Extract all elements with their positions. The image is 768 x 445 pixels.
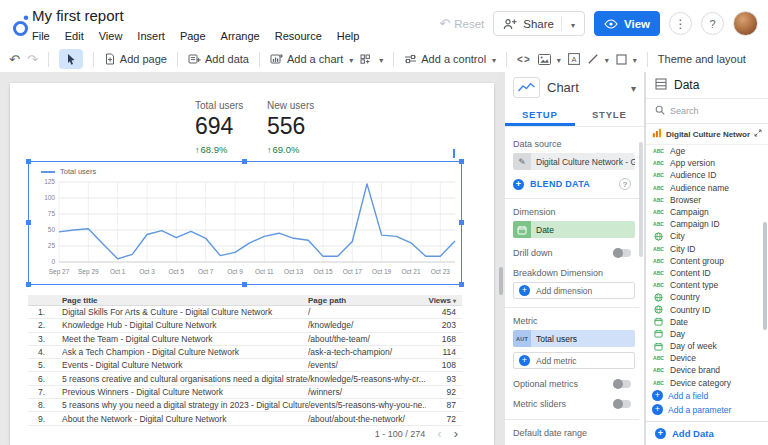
field-item-age[interactable]: ABCAge [646, 145, 768, 157]
tab-setup[interactable]: SETUP [505, 103, 575, 126]
tab-style[interactable]: STYLE [575, 103, 645, 126]
shape-tool-button[interactable] [616, 53, 637, 65]
reset-button[interactable]: ↶ Reset [439, 17, 484, 30]
field-item-content-group[interactable]: ABCContent group [646, 255, 768, 267]
prev-page-icon[interactable] [437, 426, 441, 441]
resize-handle[interactable] [242, 159, 247, 164]
text-box-button[interactable]: A [568, 53, 580, 65]
undo-button[interactable] [9, 52, 20, 67]
select-tool-button[interactable] [59, 49, 83, 69]
drill-down-toggle[interactable] [613, 249, 631, 257]
help-circle-icon[interactable] [619, 178, 631, 190]
data-source-chip[interactable]: ✎ Digital Culture Network - Go.. [513, 153, 635, 170]
help-button[interactable] [701, 12, 724, 35]
report-page[interactable]: Total users 694 68.9% New users 556 69.0… [10, 83, 494, 445]
menu-insert[interactable]: Insert [137, 30, 165, 42]
menu-resource[interactable]: Resource [275, 30, 322, 42]
table-row[interactable]: 6.5 reasons creative and cultural organi… [28, 372, 462, 385]
resize-handle[interactable] [459, 220, 464, 225]
field-item-country[interactable]: Country [646, 291, 768, 303]
add-field-button[interactable]: Add a field [646, 389, 768, 403]
field-item-day-of-week[interactable]: Day of week [646, 340, 768, 352]
field-item-audience-id[interactable]: ABCAudience ID [646, 169, 768, 181]
field-item-content-id[interactable]: ABCContent ID [646, 267, 768, 279]
resize-handle[interactable] [242, 282, 247, 287]
field-item-campaign[interactable]: ABCCampaign [646, 206, 768, 218]
dimension-chip[interactable]: Date [513, 221, 635, 238]
add-dimension-button[interactable]: Add dimension [513, 282, 635, 299]
add-parameter-button[interactable]: Add a parameter [646, 403, 768, 417]
field-item-audience-name[interactable]: ABCAudience name [646, 182, 768, 194]
metric-sliders-toggle[interactable] [613, 400, 631, 408]
field-list-scrollbar[interactable] [763, 222, 767, 330]
add-data-button[interactable]: Add Data [646, 421, 768, 445]
add-metric-button[interactable]: Add metric [513, 352, 635, 369]
pages-table[interactable]: Page title Page path Views 1.Digital Ski… [28, 295, 462, 442]
theme-layout-button[interactable]: Theme and layout [658, 53, 746, 65]
field-item-browser[interactable]: ABCBrowser [646, 194, 768, 206]
search-input[interactable] [670, 106, 742, 116]
line-tool-button[interactable] [587, 53, 609, 65]
field-item-device[interactable]: ABCDevice [646, 352, 768, 364]
table-header-row[interactable]: Page title Page path Views [28, 295, 462, 306]
resize-handle[interactable] [26, 159, 31, 164]
menu-arrange[interactable]: Arrange [221, 30, 260, 42]
field-item-app-version[interactable]: ABCApp version [646, 157, 768, 169]
resize-handle[interactable] [459, 159, 464, 164]
share-button[interactable]: Share [493, 11, 585, 36]
optional-metrics-toggle[interactable] [613, 380, 631, 388]
field-item-device-category[interactable]: ABCDevice category [646, 377, 768, 389]
more-options-button[interactable] [669, 12, 692, 35]
data-source-row[interactable]: Digital Culture Network - Google A.. [646, 124, 768, 145]
menu-help[interactable]: Help [337, 30, 360, 42]
chevron-down-icon[interactable] [631, 82, 636, 94]
field-item-country-id[interactable]: Country ID [646, 303, 768, 315]
embed-url-button[interactable] [517, 54, 531, 65]
report-title[interactable]: My first report [32, 7, 124, 24]
scorecard-new-users[interactable]: New users 556 69.0% [267, 100, 314, 155]
table-row[interactable]: 1.Digital Skills For Arts & Culture - Di… [28, 306, 462, 319]
menu-page[interactable]: Page [180, 30, 206, 42]
table-row[interactable]: 9.About the Network - Digital Culture Ne… [28, 412, 462, 425]
blend-data-button[interactable]: BLEND DATA [513, 178, 631, 190]
caret-down-icon[interactable] [569, 18, 575, 30]
add-data-button[interactable]: Add data [188, 53, 249, 65]
field-item-day[interactable]: Day [646, 328, 768, 340]
menu-file[interactable]: File [32, 30, 50, 42]
field-item-content-type[interactable]: ABCContent type [646, 279, 768, 291]
table-row[interactable]: 7.Previous Winners - Digital Culture Net… [28, 386, 462, 399]
add-chart-button[interactable]: Add a chart [270, 53, 353, 65]
blend-tool-button[interactable] [360, 53, 383, 65]
table-row[interactable]: 4.Ask a Tech Champion - Digital Culture … [28, 346, 462, 359]
chart-panel-scrollbar[interactable] [639, 142, 643, 257]
add-page-button[interactable]: Add page [104, 53, 167, 65]
expand-icon[interactable] [754, 129, 762, 139]
field-search[interactable] [646, 99, 768, 124]
metric-chip[interactable]: AUT Total users [513, 330, 635, 347]
view-button[interactable]: View [594, 11, 660, 36]
resize-handle[interactable] [26, 220, 31, 225]
next-page-icon[interactable] [454, 426, 458, 441]
user-avatar[interactable] [733, 11, 758, 36]
report-canvas[interactable]: Total users 694 68.9% New users 556 69.0… [0, 72, 497, 445]
insert-image-button[interactable] [538, 53, 561, 65]
chart-drag-handle[interactable] [453, 149, 455, 158]
table-row[interactable]: 5.Events - Digital Culture Network/event… [28, 359, 462, 372]
field-item-city-id[interactable]: ABCCity ID [646, 243, 768, 255]
panel-resizer[interactable] [497, 72, 505, 445]
looker-studio-logo-icon[interactable] [11, 14, 33, 38]
field-item-city[interactable]: City [646, 230, 768, 242]
field-item-date[interactable]: Date [646, 316, 768, 328]
scorecard-total-users[interactable]: Total users 694 68.9% [195, 100, 243, 155]
resize-handle[interactable] [459, 282, 464, 287]
menu-edit[interactable]: Edit [65, 30, 84, 42]
menu-view[interactable]: View [99, 30, 123, 42]
table-row[interactable]: 8.5 reasons why you need a digital strat… [28, 399, 462, 412]
table-row[interactable]: 3.Meet the Team - Digital Culture Networ… [28, 333, 462, 346]
resize-handle[interactable] [26, 282, 31, 287]
field-item-campaign-id[interactable]: ABCCampaign ID [646, 218, 768, 230]
timeseries-chart[interactable]: Total users Sep 27Sep 29Oct 1Oct 3Oct 5O… [28, 161, 462, 285]
panel-resizer-handle[interactable] [499, 267, 503, 295]
table-row[interactable]: 2.Knowledge Hub - Digital Culture Networ… [28, 319, 462, 332]
add-control-button[interactable]: Add a control [404, 53, 496, 65]
